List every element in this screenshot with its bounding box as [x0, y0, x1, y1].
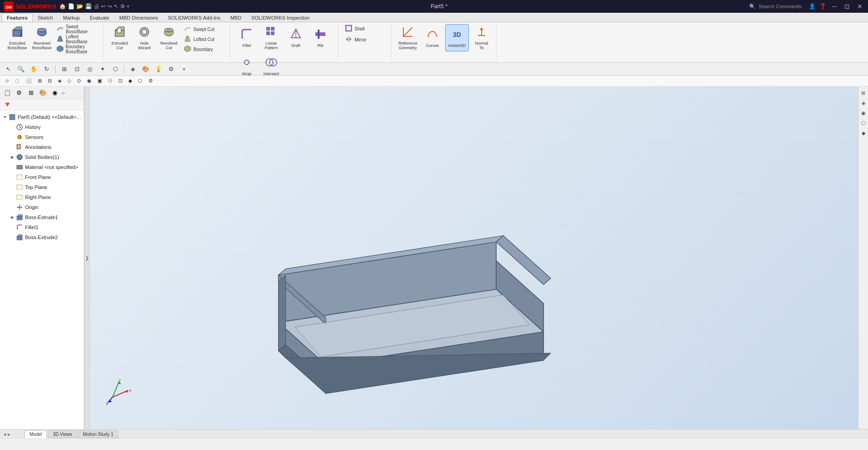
minimize-button[interactable]: ─ — [830, 3, 839, 10]
view11[interactable]: ◆ — [126, 77, 134, 86]
user-icon[interactable]: 👤 — [809, 3, 816, 10]
print-icon[interactable]: 🖨 — [94, 3, 99, 10]
revolved-cut-button[interactable]: RevolvedCut — [157, 24, 181, 51]
undo-icon[interactable]: ↩ — [101, 3, 106, 10]
intersect-button[interactable]: Intersect — [259, 52, 283, 80]
swept-boss-button[interactable]: Swept Boss/Base — [55, 25, 100, 34]
tree-item-boss-extrude2[interactable]: ▶ Boss-Extrude2 — [0, 232, 84, 242]
tree-item-front-plane[interactable]: ▶ Front Plane — [0, 172, 84, 182]
swept-cut-button[interactable]: Swept Cut — [182, 25, 227, 34]
lofted-boss-button[interactable]: Lofted Boss/Base — [55, 35, 100, 44]
display-tool3[interactable]: 💡 — [153, 64, 164, 75]
rm-btn5[interactable]: ◆ — [859, 128, 868, 138]
settings-btn[interactable]: ⚙ — [166, 64, 177, 75]
rm-btn4[interactable]: ⬡ — [859, 118, 868, 128]
display-tool2[interactable]: 🎨 — [140, 64, 151, 75]
tree-item-fillet1[interactable]: ▶ Fillet1 — [0, 222, 84, 232]
rib-button[interactable]: Rib — [309, 24, 332, 51]
select-tool[interactable]: ↖ — [3, 64, 14, 75]
sketch-tool5[interactable]: ⬡ — [110, 64, 121, 75]
view6[interactable]: ⊙ — [75, 77, 83, 86]
pan-tool[interactable]: ✋ — [28, 64, 39, 75]
hole-wizard-button[interactable]: HoleWizard — [132, 24, 156, 51]
zoom-tool[interactable]: 🔍 — [15, 64, 26, 75]
tree-item-sensors[interactable]: ▶ Sensors — [0, 132, 84, 142]
view12[interactable]: ⬡ — [136, 77, 145, 86]
mirror-button[interactable]: Mirror — [343, 35, 388, 44]
search-commands-box[interactable]: 🔍 Search Commands — [749, 3, 802, 10]
tree-item-top-plane[interactable]: ▶ Top Plane — [0, 182, 84, 192]
save-icon[interactable]: 💾 — [85, 3, 92, 10]
tree-item-material[interactable]: ▶ Material <not specified> — [0, 162, 84, 172]
redo-icon[interactable]: ↪ — [107, 3, 112, 10]
shell-button[interactable]: Shell — [343, 24, 388, 33]
tree-root[interactable]: ▼ Part5 (Default) <<Default>_Display St.… — [0, 112, 84, 122]
view3[interactable]: ⊟ — [46, 77, 54, 86]
filter-icon[interactable]: 🔻 — [2, 99, 13, 110]
tab-model[interactable]: Model — [25, 430, 47, 438]
triad-button[interactable]: ⊹ — [3, 77, 11, 86]
feature-manager-icon[interactable]: 📋 — [2, 87, 13, 98]
fillet-button[interactable]: Fillet — [235, 24, 259, 51]
new-icon[interactable]: 📄 — [68, 3, 75, 10]
config-manager-icon[interactable]: ⊞ — [25, 87, 36, 98]
status-arrow-left[interactable]: ◂ — [4, 432, 6, 437]
display-tool1[interactable]: ◈ — [127, 64, 138, 75]
status-arrow-right[interactable]: ▸ — [8, 432, 10, 437]
tree-item-solid-bodies[interactable]: ▶ Solid Bodies(1) — [0, 152, 84, 162]
tab-solidworks-inspection[interactable]: SOLIDWORKS Inspection — [246, 13, 315, 22]
linear-pattern-button[interactable]: LinearPattern — [259, 24, 283, 51]
hide-button[interactable]: ◌ — [13, 77, 22, 86]
tab-evaluate[interactable]: Evaluate — [85, 13, 114, 22]
normal-to-button[interactable]: NormalTo — [470, 24, 493, 51]
boundary-cut-button[interactable]: Boundary — [182, 45, 227, 54]
tree-item-right-plane[interactable]: ▶ Right Plane — [0, 192, 84, 202]
tab-features[interactable]: Features — [2, 13, 33, 22]
view8[interactable]: ▣ — [95, 77, 104, 86]
rm-btn3[interactable]: ◉ — [859, 108, 868, 118]
panel-collapse-handle[interactable]: ❯ — [84, 87, 90, 429]
tab-mbd[interactable]: MBD — [225, 13, 246, 22]
sketch-entities[interactable]: ⊞ — [59, 64, 70, 75]
restore-button[interactable]: ⊡ — [843, 3, 852, 10]
instant3d-button[interactable]: 3D Instant3D — [445, 24, 469, 51]
custom-manager-icon[interactable]: ◉ — [49, 87, 60, 98]
tree-item-origin[interactable]: ▶ Origin — [0, 202, 84, 212]
quick-access-icon[interactable]: 🏠 — [59, 3, 66, 10]
view2[interactable]: ⊞ — [36, 77, 44, 86]
curves-button[interactable]: Curves — [421, 24, 444, 51]
sketch-tool4[interactable]: ✦ — [97, 64, 108, 75]
extruded-cut-button[interactable]: ExtrudedCut — [108, 24, 132, 51]
draft-button[interactable]: Draft — [284, 24, 308, 51]
view4[interactable]: ◈ — [56, 77, 64, 86]
property-manager-icon[interactable]: ⚙ — [14, 87, 25, 98]
view7[interactable]: ◉ — [85, 77, 94, 86]
view5[interactable]: ◇ — [65, 77, 73, 86]
cursor-icon[interactable]: ↖ — [114, 3, 118, 10]
sketch-tool2[interactable]: ⊡ — [71, 64, 82, 75]
more-icon[interactable]: ◂▸ — [61, 91, 66, 95]
tab-markup[interactable]: Markup — [58, 13, 85, 22]
options-icon[interactable]: ⚙ — [120, 3, 125, 10]
expand-btn[interactable]: ⊞ — [859, 88, 868, 97]
view-settings[interactable]: ⚙ — [146, 77, 155, 86]
view10[interactable]: ⊡ — [116, 77, 125, 86]
wrap-button[interactable]: Wrap — [235, 52, 259, 80]
view1[interactable]: ⬜ — [23, 77, 34, 86]
extruded-boss-button[interactable]: ExtrudedBoss/Base — [5, 24, 29, 51]
lofted-cut-button[interactable]: Lofted Cut — [182, 35, 227, 44]
tab-sketch[interactable]: Sketch — [33, 13, 58, 22]
help-icon[interactable]: ❓ — [819, 3, 826, 10]
tab-solidworks-addins[interactable]: SOLIDWORKS Add-Ins — [163, 13, 225, 22]
appearance-manager-icon[interactable]: 🎨 — [37, 87, 48, 98]
tree-item-history[interactable]: ▶ History — [0, 122, 84, 132]
tree-item-boss-extrude1[interactable]: ▶ Boss-Extrude1 — [0, 212, 84, 222]
rm-btn2[interactable]: ◈ — [859, 98, 868, 107]
tab-mbd-dimensions[interactable]: MBD Dimensions — [114, 13, 163, 22]
tree-item-annotations[interactable]: ▶ Annotations — [0, 142, 84, 152]
tab-motion-study1[interactable]: Motion Study 1 — [78, 430, 118, 438]
viewport[interactable]: x y z — [90, 87, 858, 429]
close-button[interactable]: ✕ — [855, 3, 864, 10]
dropdown-btn[interactable]: ▾ — [178, 64, 189, 75]
rotate-tool[interactable]: ↻ — [41, 64, 52, 75]
